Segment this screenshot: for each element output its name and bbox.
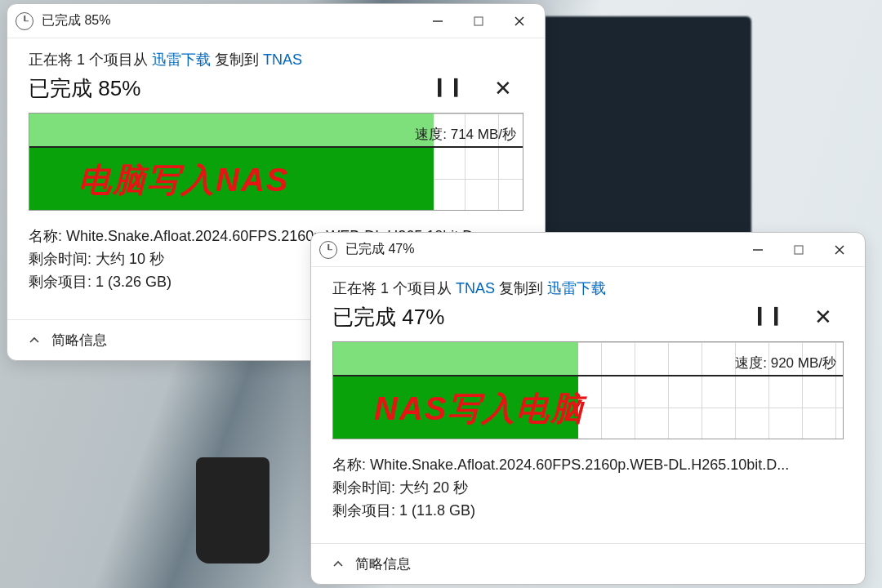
svg-rect-1 [474, 17, 483, 25]
background-object [196, 457, 270, 564]
window-controls [417, 6, 540, 37]
svg-rect-5 [795, 246, 803, 254]
chevron-up-icon [29, 335, 40, 346]
speed-value: 920 MB/秒 [771, 355, 836, 371]
name-label: 名称: [29, 228, 62, 244]
annotation-overlay: NAS写入电脑 [374, 386, 585, 431]
minimize-button[interactable] [417, 6, 458, 37]
clock-icon [319, 241, 337, 259]
clock-icon [16, 12, 33, 30]
chart-divider [29, 146, 523, 148]
progress-heading: 已完成 85% [29, 74, 140, 103]
chart-fill-upper [29, 114, 434, 146]
speed-chart: 速度: 714 MB/秒 电脑写入NAS [29, 113, 523, 211]
chart-fill-upper [333, 342, 578, 375]
titlebar[interactable]: 已完成 85% [7, 4, 545, 38]
details-toggle-label: 简略信息 [51, 331, 107, 350]
pause-button[interactable]: ❙❙ [752, 305, 785, 330]
chevron-up-icon [332, 559, 344, 570]
close-button[interactable] [819, 234, 860, 265]
desc-prefix: 正在将 1 个项目从 [29, 51, 152, 68]
details-toggle[interactable]: 简略信息 [311, 543, 865, 584]
desc-mid: 复制到 [495, 280, 547, 296]
maximize-button[interactable] [778, 234, 819, 265]
minimize-button[interactable] [737, 234, 778, 265]
dest-link[interactable]: 迅雷下载 [547, 280, 606, 296]
pause-button[interactable]: ❙❙ [432, 76, 465, 101]
cancel-button[interactable]: ✕ [494, 76, 512, 101]
speed-chart: 速度: 920 MB/秒 NAS写入电脑 [332, 341, 844, 439]
titlebar[interactable]: 已完成 47% [311, 233, 865, 267]
desc-prefix: 正在将 1 个项目从 [332, 280, 456, 296]
annotation-overlay: 电脑写入NAS [78, 158, 289, 203]
cancel-button[interactable]: ✕ [814, 305, 832, 330]
chart-divider [333, 375, 843, 376]
maximize-button[interactable] [458, 6, 499, 37]
items-remaining-label: 剩余项目: [332, 502, 395, 519]
time-remaining-value: 大约 20 秒 [399, 479, 468, 496]
window-title: 已完成 85% [42, 12, 110, 29]
copy-dialog-2: 已完成 47% 正在将 1 个项目从 TNAS 复制到 迅雷下载 已完成 47%… [310, 232, 866, 585]
window-title: 已完成 47% [345, 241, 414, 258]
details-toggle-label: 简略信息 [355, 555, 411, 573]
copy-description: 正在将 1 个项目从 TNAS 复制到 迅雷下载 [332, 278, 844, 298]
time-remaining-label: 剩余时间: [332, 479, 395, 496]
details-block: 名称: White.Snake.Afloat.2024.60FPS.2160p.… [332, 454, 844, 523]
time-remaining-label: 剩余时间: [29, 251, 91, 267]
desc-mid: 复制到 [211, 51, 263, 68]
items-remaining-value: 1 (11.8 GB) [399, 502, 475, 519]
speed-label-text: 速度: [415, 127, 447, 142]
items-remaining-label: 剩余项目: [29, 274, 91, 290]
close-button[interactable] [499, 6, 540, 37]
source-link[interactable]: 迅雷下载 [152, 51, 211, 68]
items-remaining-value: 1 (3.26 GB) [96, 274, 172, 290]
time-remaining-value: 大约 10 秒 [96, 251, 164, 267]
source-link[interactable]: TNAS [456, 280, 495, 296]
speed-value: 714 MB/秒 [451, 127, 516, 142]
speed-label: 速度: 920 MB/秒 [735, 354, 836, 372]
window-controls [737, 234, 860, 265]
progress-heading: 已完成 47% [332, 303, 444, 332]
speed-label-text: 速度: [735, 355, 767, 371]
speed-label: 速度: 714 MB/秒 [415, 125, 516, 144]
dest-link[interactable]: TNAS [263, 51, 302, 68]
copy-description: 正在将 1 个项目从 迅雷下载 复制到 TNAS [29, 50, 523, 69]
name-value: White.Snake.Afloat.2024.60FPS.2160p.WEB-… [370, 457, 789, 473]
name-label: 名称: [332, 457, 366, 473]
